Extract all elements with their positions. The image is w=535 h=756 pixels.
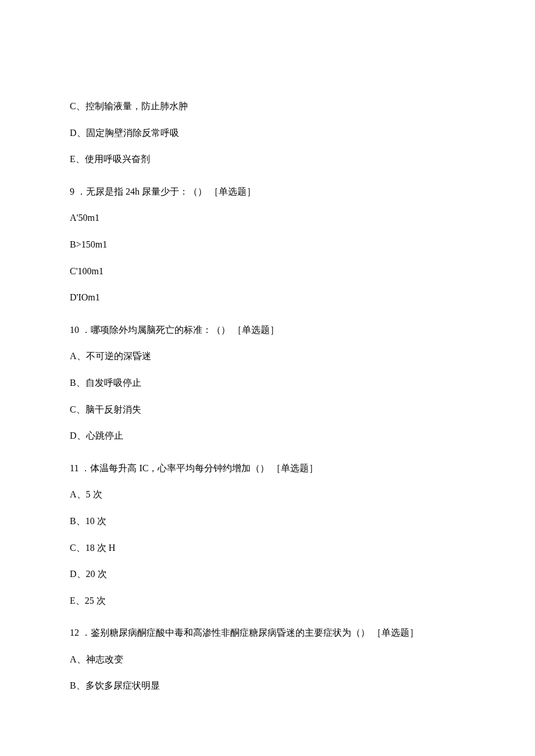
option-line: B、多饮多尿症状明显 [70, 678, 465, 693]
option-line: C、控制输液量，防止肺水肿 [70, 99, 465, 114]
option-line: E、25 次 [70, 593, 465, 608]
option-line: B、10 次 [70, 514, 465, 529]
option-line: A'50m1 [70, 210, 465, 225]
document-page: C、控制输液量，防止肺水肿 D、固定胸壁消除反常呼吸 E、使用呼吸兴奋剂 9 ．… [0, 0, 535, 756]
option-line: C'100m1 [70, 264, 465, 279]
question-line: 11 ．体温每升高 IC，心率平均每分钟约增加（） ［单选题］ [70, 461, 465, 476]
option-line: B>150m1 [70, 237, 465, 252]
option-line: A、神志改变 [70, 652, 465, 667]
option-line: C、脑干反射消失 [70, 402, 465, 417]
option-line: B、自发呼吸停止 [70, 375, 465, 390]
option-line: D、20 次 [70, 567, 465, 582]
option-line: C、18 次 H [70, 540, 465, 556]
question-line: 9 ．无尿是指 24h 尿量少于：（） ［单选题］ [70, 184, 465, 199]
option-line: A、5 次 [70, 487, 465, 502]
option-line: D'IOm1 [70, 290, 465, 305]
option-line: D、心跳停止 [70, 428, 465, 443]
question-line: 10 ．哪项除外均属脑死亡的标准：（） ［单选题］ [70, 323, 465, 338]
option-line: D、固定胸壁消除反常呼吸 [70, 126, 465, 141]
option-line: A、不可逆的深昏迷 [70, 349, 465, 364]
option-line: E、使用呼吸兴奋剂 [70, 152, 465, 167]
question-line: 12 ．鉴别糖尿病酮症酸中毒和高渗性非酮症糖尿病昏迷的主要症状为（） ［单选题］ [70, 625, 465, 640]
